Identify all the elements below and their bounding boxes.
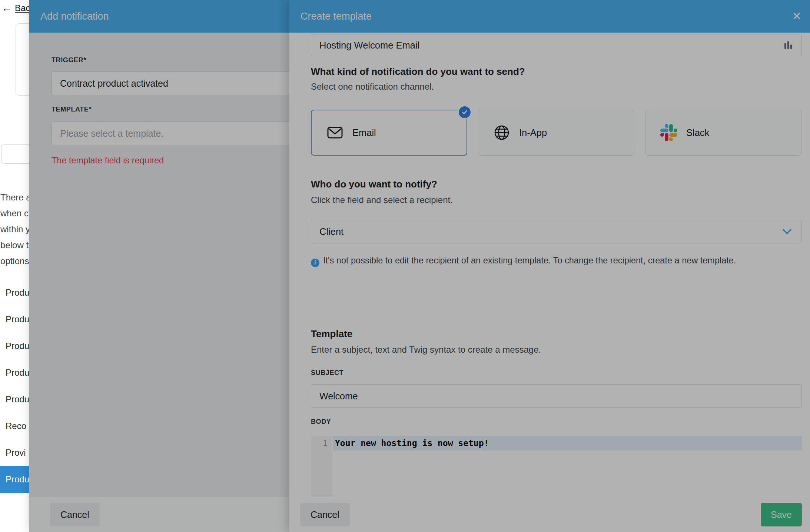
back-link[interactable]: ← Bac: [1, 3, 30, 13]
background-paragraph: There a when c within y below t options: [0, 189, 31, 269]
menu-item-label: Produ: [6, 474, 29, 485]
menu-item-label: Produ: [6, 314, 29, 325]
app-root: ← Bac There a when c within y below t op…: [0, 0, 810, 532]
paragraph-line: when c: [0, 205, 31, 221]
paragraph-line: within y: [0, 221, 31, 237]
add-notification-drawer: Add notification TRIGGER* Contract produ…: [29, 0, 810, 532]
menu-item-label: Produ: [6, 368, 29, 378]
menu-item-label: Produ: [6, 394, 29, 405]
paragraph-line: There a: [0, 189, 31, 205]
menu-item-label: Provi: [6, 448, 26, 458]
back-arrow-icon: ←: [1, 3, 12, 13]
back-link-label: Bac: [15, 3, 30, 13]
menu-item-label: Produ: [6, 287, 29, 298]
menu-item-label: Produ: [6, 341, 29, 351]
menu-item-label: Reco: [6, 421, 26, 431]
modal-overlay[interactable]: [29, 0, 810, 532]
paragraph-line: options: [0, 253, 31, 269]
paragraph-line: below t: [0, 237, 31, 253]
